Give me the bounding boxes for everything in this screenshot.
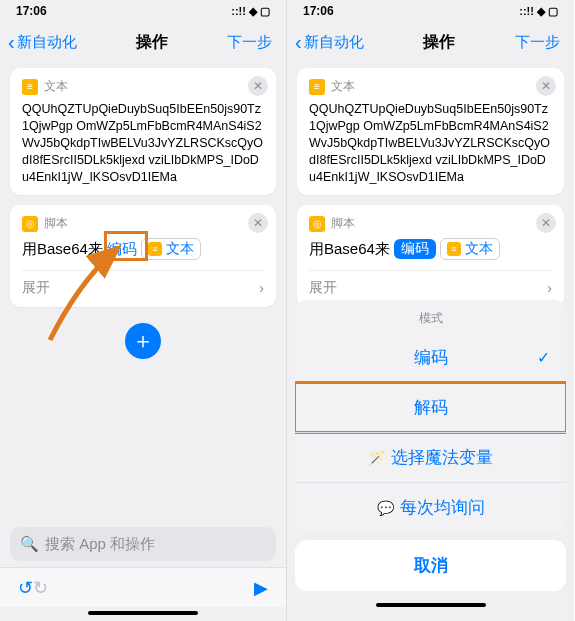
back-button[interactable]: ‹ 新自动化 xyxy=(295,31,364,54)
text-action-card[interactable]: ✕ ≡ 文本 QQUhQZTUpQieDuybSuq5IbEEn50js90Tz… xyxy=(10,68,276,195)
option-label: 每次均询问 xyxy=(400,496,485,519)
nav-title: 操作 xyxy=(423,32,455,53)
sheet-option-encode[interactable]: 编码 ✓ xyxy=(295,333,566,382)
search-bar[interactable]: 🔍 搜索 App 和操作 xyxy=(10,527,276,561)
text-icon: ≡ xyxy=(309,79,325,95)
option-label: 编码 xyxy=(414,346,448,369)
search-icon: 🔍 xyxy=(20,535,39,553)
option-label: 解码 xyxy=(414,396,448,419)
expand-row[interactable]: 展开 › xyxy=(309,270,552,297)
next-button[interactable]: 下一步 xyxy=(515,33,566,52)
close-icon[interactable]: ✕ xyxy=(248,76,268,96)
next-button[interactable]: 下一步 xyxy=(227,33,278,52)
text-card-body[interactable]: QQUhQZTUpQieDuybSuq5IbEEn50js90Tz1QjwPgp… xyxy=(22,101,264,185)
back-label: 新自动化 xyxy=(304,33,364,52)
variable-label: 文本 xyxy=(465,240,493,258)
status-time: 17:06 xyxy=(16,4,47,18)
chevron-left-icon: ‹ xyxy=(8,31,15,54)
nav-bar: ‹ 新自动化 操作 下一步 xyxy=(0,22,286,62)
script-card-label: 脚本 xyxy=(331,215,355,232)
sheet-option-decode[interactable]: 解码 xyxy=(295,382,566,432)
variable-pill[interactable]: ≡ 文本 xyxy=(141,238,201,260)
sheet-cancel-button[interactable]: 取消 xyxy=(295,540,566,591)
mode-value[interactable]: 编码 xyxy=(107,240,137,259)
text-action-card[interactable]: ✕ ≡ 文本 QQUhQZTUpQieDuybSuq5IbEEn50js90Tz… xyxy=(297,68,564,195)
close-icon[interactable]: ✕ xyxy=(536,76,556,96)
variable-label: 文本 xyxy=(166,240,194,258)
text-card-label: 文本 xyxy=(331,78,355,95)
script-icon: ◎ xyxy=(22,216,38,232)
play-button[interactable]: ▶ xyxy=(254,577,268,599)
status-indicators: ::!! ◆ ▢ xyxy=(519,5,558,18)
script-icon: ◎ xyxy=(309,216,325,232)
checkmark-icon: ✓ xyxy=(537,348,550,367)
text-card-label: 文本 xyxy=(44,78,68,95)
status-indicators: ::!! ◆ ▢ xyxy=(231,5,270,18)
home-indicator xyxy=(88,611,198,615)
text-icon: ≡ xyxy=(148,242,162,256)
close-icon[interactable]: ✕ xyxy=(248,213,268,233)
status-time: 17:06 xyxy=(303,4,334,18)
chevron-left-icon: ‹ xyxy=(295,31,302,54)
nav-title: 操作 xyxy=(136,32,168,53)
search-placeholder: 搜索 App 和操作 xyxy=(45,535,155,554)
text-icon: ≡ xyxy=(22,79,38,95)
variable-pill[interactable]: ≡ 文本 xyxy=(440,238,500,260)
redo-button: ↻ xyxy=(33,577,48,599)
action-sheet: 模式 编码 ✓ 解码 🪄 选择魔法变量 💬 每次均询问 取消 xyxy=(295,300,566,613)
add-action-button[interactable]: ＋ xyxy=(125,323,161,359)
script-prefix: 用Base64来 xyxy=(22,240,103,259)
expand-label: 展开 xyxy=(22,279,50,297)
status-bar: 17:06 ::!! ◆ ▢ xyxy=(287,0,574,22)
script-card-label: 脚本 xyxy=(44,215,68,232)
chevron-right-icon: › xyxy=(259,280,264,296)
option-label: 选择魔法变量 xyxy=(391,446,493,469)
chevron-right-icon: › xyxy=(547,280,552,296)
wand-icon: 🪄 xyxy=(368,450,385,466)
undo-button[interactable]: ↺ xyxy=(18,577,33,599)
nav-bar: ‹ 新自动化 操作 下一步 xyxy=(287,22,574,62)
speech-icon: 💬 xyxy=(377,500,394,516)
mode-value-selected[interactable]: 编码 xyxy=(394,239,436,259)
text-card-body[interactable]: QQUhQZTUpQieDuybSuq5IbEEn50js90Tz1QjwPgp… xyxy=(309,101,552,185)
close-icon[interactable]: ✕ xyxy=(536,213,556,233)
text-icon: ≡ xyxy=(447,242,461,256)
back-button[interactable]: ‹ 新自动化 xyxy=(8,31,77,54)
expand-row[interactable]: 展开 › xyxy=(22,270,264,297)
script-action-card[interactable]: ✕ ◎ 脚本 用Base64来 编码 ≡ 文本 展开 › xyxy=(297,205,564,307)
toolbar: ↺ ↻ ▶ xyxy=(0,567,286,607)
sheet-ask-each-time[interactable]: 💬 每次均询问 xyxy=(295,482,566,532)
home-indicator xyxy=(376,603,486,607)
expand-label: 展开 xyxy=(309,279,337,297)
script-action-card[interactable]: ✕ ◎ 脚本 用Base64来 编码 ≡ 文本 展开 › xyxy=(10,205,276,307)
sheet-magic-variable[interactable]: 🪄 选择魔法变量 xyxy=(295,432,566,482)
script-prefix: 用Base64来 xyxy=(309,240,390,259)
status-bar: 17:06 ::!! ◆ ▢ xyxy=(0,0,286,22)
back-label: 新自动化 xyxy=(17,33,77,52)
sheet-title: 模式 xyxy=(295,300,566,333)
